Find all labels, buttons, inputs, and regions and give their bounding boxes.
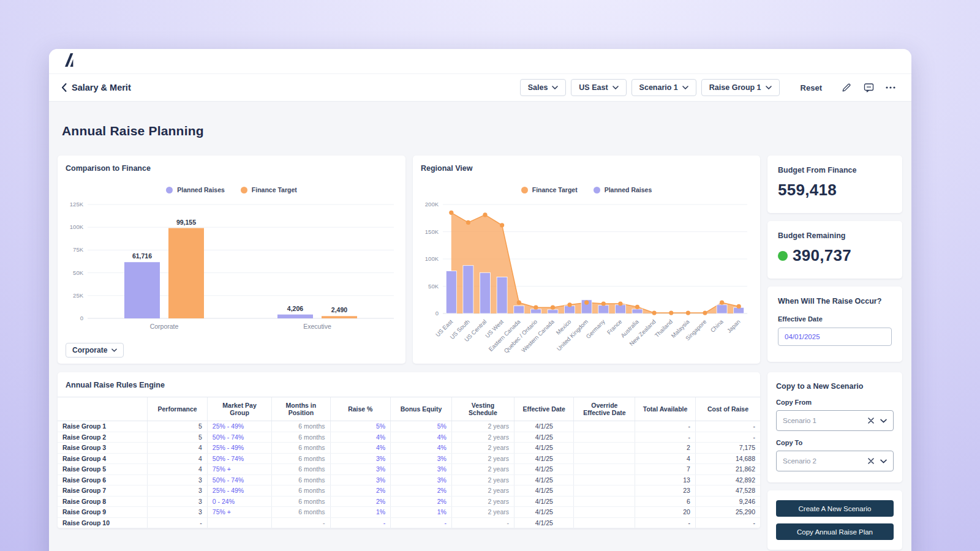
- cell-num[interactable]: -: [635, 432, 696, 443]
- edit-pencil-icon[interactable]: [838, 79, 855, 96]
- cell-pct[interactable]: -: [330, 517, 391, 528]
- more-options-icon[interactable]: [882, 79, 899, 96]
- filter-region[interactable]: US East: [571, 79, 626, 96]
- cell-num[interactable]: 4: [148, 464, 207, 475]
- cell-num[interactable]: 7: [635, 464, 696, 475]
- copy-from-select[interactable]: Scenario 1: [776, 410, 894, 431]
- cell-num[interactable]: -: [695, 421, 760, 432]
- filter-raise-group[interactable]: Raise Group 1: [701, 79, 780, 96]
- cell-pct[interactable]: 4%: [391, 432, 452, 443]
- cell-muted[interactable]: 2 years: [451, 464, 514, 475]
- chevron-down-icon[interactable]: [880, 459, 887, 463]
- cell-pct[interactable]: 5%: [391, 421, 452, 432]
- cell-date[interactable]: 4/1/25: [514, 443, 574, 454]
- cell-pct[interactable]: 3%: [391, 453, 452, 464]
- cell-muted[interactable]: 2 years: [451, 496, 514, 507]
- cell-link[interactable]: 75% +: [207, 507, 272, 518]
- cell-link[interactable]: 50% - 74%: [207, 453, 272, 464]
- cell-num[interactable]: 13: [635, 474, 696, 485]
- cell-num[interactable]: 5: [148, 432, 207, 443]
- cell-num[interactable]: [574, 485, 635, 497]
- cell-date[interactable]: 4/1/25: [514, 485, 574, 497]
- cell-muted[interactable]: 6 months: [272, 474, 330, 485]
- cell-muted[interactable]: 6 months: [272, 453, 330, 464]
- cell-num[interactable]: [574, 453, 635, 464]
- cell-num[interactable]: 23: [635, 485, 696, 497]
- comments-icon[interactable]: [860, 79, 877, 96]
- cell-muted[interactable]: 2 years: [451, 453, 514, 464]
- cell-link[interactable]: 50% - 74%: [207, 474, 272, 485]
- cell-pct[interactable]: 4%: [391, 443, 452, 454]
- cell-pct[interactable]: 2%: [391, 485, 452, 497]
- effective-date-input[interactable]: [778, 328, 892, 346]
- filter-scenario[interactable]: Scenario 1: [631, 79, 696, 96]
- cell-pct[interactable]: 4%: [330, 432, 391, 443]
- cell-date[interactable]: 4/1/25: [514, 432, 574, 443]
- cell-num[interactable]: -: [148, 517, 207, 528]
- cell-pct[interactable]: 3%: [391, 464, 452, 475]
- cell-link[interactable]: 25% - 49%: [207, 485, 272, 497]
- cell-date[interactable]: 4/1/25: [514, 453, 574, 464]
- cell-link[interactable]: [207, 517, 272, 528]
- cell-pct[interactable]: 2%: [391, 496, 452, 507]
- cell-num[interactable]: -: [695, 432, 760, 443]
- cell-muted[interactable]: -: [272, 517, 330, 528]
- cell-num[interactable]: [574, 443, 635, 454]
- cell-num[interactable]: 4: [148, 443, 207, 454]
- cell-muted[interactable]: 6 months: [272, 485, 330, 497]
- cell-muted[interactable]: 6 months: [272, 432, 330, 443]
- cell-muted[interactable]: 6 months: [272, 507, 330, 518]
- cell-date[interactable]: 4/1/25: [514, 474, 574, 485]
- cell-num[interactable]: 47,528: [695, 485, 760, 497]
- cell-num[interactable]: 14,688: [695, 453, 760, 464]
- cell-pct[interactable]: 5%: [330, 421, 391, 432]
- cell-num[interactable]: 3: [148, 496, 207, 507]
- filter-sales[interactable]: Sales: [520, 79, 567, 96]
- cell-pct[interactable]: 2%: [330, 496, 391, 507]
- cell-num[interactable]: 6: [635, 496, 696, 507]
- cell-pct[interactable]: 4%: [330, 443, 391, 454]
- cell-num[interactable]: [574, 474, 635, 485]
- cell-num[interactable]: -: [635, 517, 696, 528]
- cell-muted[interactable]: -: [451, 517, 514, 528]
- cell-muted[interactable]: 2 years: [451, 443, 514, 454]
- cell-muted[interactable]: 2 years: [451, 432, 514, 443]
- cell-pct[interactable]: 2%: [330, 485, 391, 497]
- cell-num[interactable]: 3: [148, 474, 207, 485]
- cell-muted[interactable]: 6 months: [272, 421, 330, 432]
- chevron-down-icon[interactable]: [880, 419, 887, 423]
- cell-muted[interactable]: 2 years: [451, 507, 514, 518]
- cell-num[interactable]: -: [635, 421, 696, 432]
- cell-link[interactable]: 75% +: [207, 464, 272, 475]
- reset-button[interactable]: Reset: [801, 83, 822, 92]
- cell-num[interactable]: 4: [635, 453, 696, 464]
- cell-num[interactable]: 25,290: [695, 507, 760, 518]
- cell-num[interactable]: [574, 464, 635, 475]
- clear-x-icon[interactable]: [868, 418, 874, 424]
- cell-num[interactable]: [574, 421, 635, 432]
- cell-num[interactable]: -: [695, 517, 760, 528]
- cell-num[interactable]: 7,175: [695, 443, 760, 454]
- cell-date[interactable]: 4/1/25: [514, 496, 574, 507]
- cell-num[interactable]: 42,892: [695, 474, 760, 485]
- cell-pct[interactable]: 3%: [330, 464, 391, 475]
- cell-muted[interactable]: 6 months: [272, 464, 330, 475]
- cell-muted[interactable]: 2 years: [451, 485, 514, 497]
- copy-raise-plan-button[interactable]: Copy Annual Raise Plan: [776, 523, 894, 540]
- cell-num[interactable]: [574, 496, 635, 507]
- cell-num[interactable]: 5: [148, 421, 207, 432]
- cell-pct[interactable]: 1%: [391, 507, 452, 518]
- cell-num[interactable]: 3: [148, 485, 207, 497]
- cell-num[interactable]: 3: [148, 507, 207, 518]
- cell-link[interactable]: 25% - 49%: [207, 421, 272, 432]
- cell-date[interactable]: 4/1/25: [514, 464, 574, 475]
- cell-num[interactable]: 21,862: [695, 464, 760, 475]
- cell-pct[interactable]: 3%: [391, 474, 452, 485]
- cell-pct[interactable]: 1%: [330, 507, 391, 518]
- cell-num[interactable]: [574, 432, 635, 443]
- back-button[interactable]: Salary & Merit: [61, 83, 131, 92]
- cell-link[interactable]: 25% - 49%: [207, 443, 272, 454]
- cell-num[interactable]: 4: [148, 453, 207, 464]
- cell-num[interactable]: [574, 507, 635, 518]
- cell-muted[interactable]: 6 months: [272, 496, 330, 507]
